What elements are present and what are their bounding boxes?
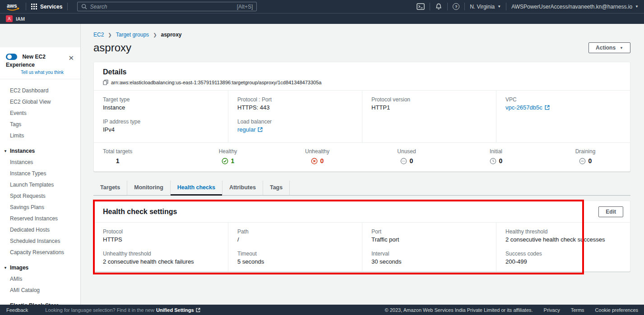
copy-arn-icon[interactable] (103, 79, 108, 85)
tab-strip: Targets Monitoring Health checks Attribu… (93, 181, 630, 196)
privacy-link[interactable]: Privacy (544, 307, 560, 313)
load-balancer-link-label: regular (237, 126, 255, 133)
tab-targets[interactable]: Targets (93, 181, 127, 195)
account-label: AWSPowerUserAccess/navaneeth.kn@harness.… (511, 4, 632, 10)
check-circle-icon (222, 158, 228, 164)
field-value: Instance (103, 104, 219, 111)
terms-link[interactable]: Terms (571, 307, 584, 313)
details-card: Details arn:aws:elasticloadbalancing:us-… (93, 62, 630, 172)
sidebar-item-launch-templates[interactable]: Launch Templates (0, 179, 80, 191)
global-search[interactable]: [Alt+S] (77, 2, 257, 11)
experience-toggle[interactable] (6, 54, 17, 60)
sidebar-item-savings-plans[interactable]: Savings Plans (0, 202, 80, 213)
field-value: IPv4 (103, 126, 219, 133)
breadcrumb: EC2 ❯ Target groups ❯ asproxy (93, 32, 630, 38)
tab-health-checks[interactable]: Health checks (171, 181, 222, 195)
footer: Feedback Looking for language selection?… (0, 305, 644, 315)
tab-attributes[interactable]: Attributes (222, 181, 263, 195)
breadcrumb-ec2[interactable]: EC2 (93, 32, 104, 38)
services-menu-button[interactable]: Services (31, 4, 62, 10)
field-label: Path (237, 228, 353, 235)
field-value: HTTPS: 443 (237, 104, 353, 111)
sidebar-item-ami-catalog[interactable]: AMI Catalog (0, 285, 80, 296)
recently-visited-bar: IAM (0, 13, 644, 24)
tell-us-link[interactable]: Tell us what you think (21, 70, 75, 75)
sidebar-item-instance-types[interactable]: Instance Types (0, 168, 80, 179)
external-link-icon (258, 127, 263, 132)
services-label: Services (40, 4, 62, 10)
section-caret-icon: ▼ (4, 266, 7, 270)
field-value: 5 seconds (237, 258, 353, 265)
main-content: EC2 ❯ Target groups ❯ asproxy asproxy Ac… (81, 24, 644, 305)
section-label: Images (10, 265, 28, 271)
stat-value-initial: 0 (490, 157, 503, 164)
stat-label-unhealthy: Unhealthy (305, 148, 329, 155)
new-ec2-experience-panel: New EC2 Experience Tell us what you thin… (0, 47, 80, 79)
unified-settings-link[interactable]: Unified Settings (156, 307, 194, 313)
help-icon[interactable]: ? (453, 3, 459, 10)
sidebar-item-dedicated-hosts[interactable]: Dedicated Hosts (0, 224, 80, 236)
stat-value-unused: 0 (397, 157, 416, 164)
sidebar-item-capacity-reservations[interactable]: Capacity Reservations (0, 247, 80, 258)
health-check-settings-title: Health check settings (103, 208, 177, 216)
close-icon[interactable]: ✕ (68, 55, 74, 61)
sidebar-section-images[interactable]: ▼Images (0, 262, 80, 274)
search-input[interactable] (90, 4, 234, 10)
sidebar-item-amis[interactable]: AMIs (0, 274, 80, 285)
minus-circle-icon (579, 158, 586, 164)
ellipsis-circle-icon (400, 158, 407, 164)
sidebar-item-tags[interactable]: Tags (0, 119, 80, 130)
region-label: N. Virginia (470, 4, 495, 10)
sidebar: New EC2 Experience Tell us what you thin… (0, 24, 81, 305)
divider (26, 3, 26, 10)
divider (464, 3, 465, 10)
section-caret-icon: ▼ (4, 149, 7, 153)
aws-logo[interactable]: aws (5, 2, 21, 12)
cloudshell-icon[interactable] (417, 3, 425, 10)
divider (430, 3, 430, 10)
field-label: Unhealthy threshold (103, 251, 219, 257)
breadcrumb-separator-icon: ❯ (108, 32, 111, 37)
language-hint-text: Looking for language selection? Find it … (45, 307, 154, 313)
chevron-down-icon: ▼ (620, 46, 623, 50)
field-value: 200-499 (505, 258, 621, 265)
feedback-link[interactable]: Feedback (6, 307, 28, 313)
stat-value-total-targets: 1 (103, 157, 132, 164)
field-label: Success codes (505, 251, 621, 257)
vpc-link[interactable]: vpc-2657db5c (505, 104, 550, 111)
stat-value-draining: 0 (575, 157, 596, 164)
recent-service-iam[interactable]: IAM (6, 15, 25, 22)
sidebar-item-scheduled-instances[interactable]: Scheduled Instances (0, 236, 80, 247)
account-menu[interactable]: AWSPowerUserAccess/navaneeth.kn@harness.… (511, 4, 639, 10)
field-label: Protocol : Port (237, 96, 353, 103)
divider (67, 3, 68, 10)
sidebar-item-spot-requests[interactable]: Spot Requests (0, 191, 80, 202)
stat-label-unused: Unused (397, 148, 416, 155)
cookie-preferences-link[interactable]: Cookie preferences (595, 307, 638, 313)
field-value: HTTPS (103, 236, 219, 243)
sidebar-item-reserved-instances[interactable]: Reserved Instances (0, 213, 80, 224)
stat-label-healthy: Healthy (219, 148, 237, 155)
vpc-link-label: vpc-2657db5c (505, 104, 542, 111)
tab-monitoring[interactable]: Monitoring (127, 181, 171, 195)
load-balancer-link[interactable]: regular (237, 126, 263, 133)
sidebar-section-instances[interactable]: ▼Instances (0, 146, 80, 157)
tab-tags[interactable]: Tags (263, 181, 290, 195)
field-label: Protocol (103, 228, 219, 235)
breadcrumb-target-groups[interactable]: Target groups (116, 32, 149, 38)
sidebar-item-ec2-dashboard[interactable]: EC2 Dashboard (0, 85, 80, 96)
field-label: Timeout (237, 251, 353, 257)
region-selector[interactable]: N. Virginia ▼ (470, 4, 501, 10)
sidebar-item-ec2-global-view[interactable]: EC2 Global View (0, 96, 80, 108)
breadcrumb-current: asproxy (161, 32, 182, 38)
stat-label-total-targets: Total targets (103, 148, 132, 155)
sidebar-item-limits[interactable]: Limits (0, 130, 80, 142)
actions-button-label: Actions (596, 45, 616, 51)
actions-button[interactable]: Actions ▼ (588, 42, 630, 53)
notifications-bell-icon[interactable] (435, 3, 442, 10)
sidebar-item-instances[interactable]: Instances (0, 157, 80, 168)
edit-button[interactable]: Edit (598, 206, 623, 217)
search-icon (81, 4, 87, 9)
sidebar-item-events[interactable]: Events (0, 108, 80, 119)
external-link-icon (196, 308, 200, 312)
